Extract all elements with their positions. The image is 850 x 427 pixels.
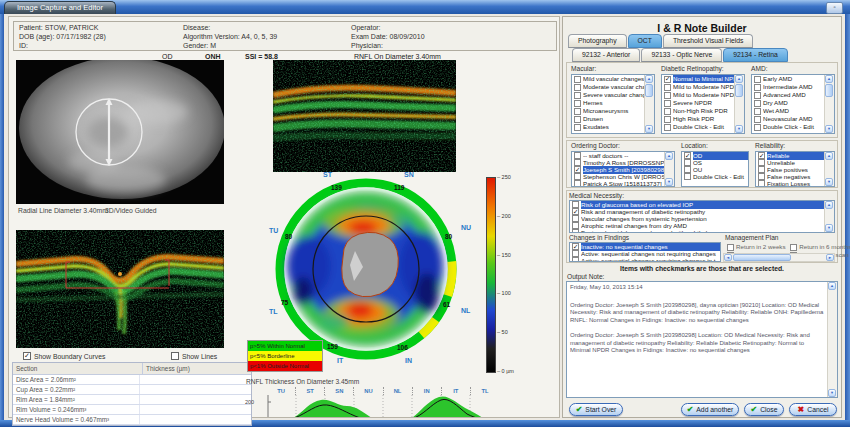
checkbox-icon[interactable] (574, 100, 581, 107)
checkbox-icon[interactable] (758, 173, 765, 180)
checkbox-icon[interactable] (664, 108, 671, 115)
scrollbar[interactable] (824, 152, 834, 186)
scrollbar[interactable] (824, 75, 834, 133)
onh-bscan-image[interactable] (16, 230, 224, 348)
list-item[interactable]: Wet AMD (752, 107, 834, 115)
list-item[interactable]: Mild to Moderate NPDR with (662, 83, 744, 91)
list-item[interactable]: Microaneurysms (572, 107, 654, 115)
list-item[interactable]: Active: sequential changes requiring cha… (570, 257, 720, 262)
list-item[interactable]: Return in 6 months (788, 243, 850, 251)
management-plan-hscroll[interactable] (723, 253, 835, 262)
scroll-down-button[interactable] (828, 389, 836, 397)
scroll-down-button[interactable] (645, 125, 653, 133)
location-list[interactable]: ODOSOUDouble Click - Edit (681, 151, 749, 187)
checkbox-icon[interactable] (572, 215, 579, 222)
scroll-thumb[interactable] (733, 254, 791, 261)
tab-threshold-visual-fields[interactable]: Threshold Visual Fields (663, 34, 754, 48)
checkbox-icon[interactable] (572, 222, 579, 229)
scroll-up-button[interactable] (665, 152, 673, 160)
show-boundary-checkbox[interactable]: Show Boundary Curves (23, 352, 105, 360)
scrollbar[interactable] (734, 75, 744, 133)
checkbox-icon[interactable] (664, 76, 671, 83)
checkbox-icon[interactable] (171, 352, 179, 360)
scroll-down-button[interactable] (825, 125, 833, 133)
list-item[interactable]: Patrick A Stow [1518113737] (572, 180, 674, 187)
checkbox-icon[interactable] (758, 159, 765, 166)
scroll-up-button[interactable] (735, 75, 743, 83)
list-item[interactable]: Double Click - Edit (682, 173, 748, 180)
checkbox-icon[interactable] (664, 100, 671, 107)
scrollbar[interactable] (824, 201, 834, 232)
checkbox-icon[interactable] (727, 244, 734, 251)
changes-in-findings-list[interactable]: Inactive: no sequential changesActive: s… (569, 242, 721, 262)
scrollbar[interactable] (644, 75, 654, 133)
checkbox-icon[interactable] (664, 84, 671, 91)
scrollbar[interactable] (827, 282, 837, 397)
fundus-image[interactable] (16, 60, 224, 204)
retinopathy-list[interactable]: Normal to Minimal NPDRMild to Moderate N… (661, 74, 745, 134)
checkbox-icon[interactable] (572, 257, 579, 262)
show-lines-checkbox[interactable]: Show Lines (171, 352, 217, 360)
list-item[interactable]: Non-High Risk PDR (662, 107, 744, 115)
checkbox-icon[interactable] (574, 124, 581, 131)
scroll-up-button[interactable] (825, 201, 833, 209)
amd-list[interactable]: Early AMDIntermediate AMDAdvanced AMDDry… (751, 74, 835, 134)
checkbox-icon[interactable] (574, 84, 581, 91)
list-item[interactable]: Double Click - Edit (662, 123, 744, 131)
list-item[interactable]: Early AMD (752, 75, 834, 83)
checkbox-icon[interactable] (754, 124, 761, 131)
scrollbar[interactable] (664, 152, 674, 186)
tab-92133-optic-nerve[interactable]: 92133 - Optic Nerve (641, 48, 722, 62)
scroll-right-button[interactable] (826, 254, 834, 261)
checkbox-icon[interactable] (754, 92, 761, 99)
checkbox-icon[interactable] (754, 108, 761, 115)
checkbox-icon[interactable] (754, 84, 761, 91)
list-item[interactable]: Mild vascular changes (572, 75, 654, 83)
checkbox-icon[interactable] (754, 76, 761, 83)
tab-photography[interactable]: Photography (568, 34, 627, 48)
checkbox-icon[interactable] (574, 152, 581, 159)
tab-92134-retina[interactable]: 92134 - Retina (723, 48, 788, 62)
close-button[interactable]: Close (744, 403, 784, 416)
list-item[interactable]: Severe NPDR (662, 99, 744, 107)
checkbox-icon[interactable] (574, 92, 581, 99)
checkbox-icon[interactable] (574, 116, 581, 123)
checkbox-icon[interactable] (758, 166, 765, 173)
list-item[interactable]: Moderate vascular changes (572, 83, 654, 91)
checkbox-icon[interactable] (664, 116, 671, 123)
reliability-list[interactable]: ReliableUnreliableFalse positivesFalse n… (755, 151, 835, 187)
checkbox-icon[interactable] (572, 229, 579, 233)
list-item[interactable]: Hemes (572, 99, 654, 107)
list-item[interactable]: Double Click - Edit (752, 123, 834, 131)
checkbox-icon[interactable] (572, 250, 579, 257)
checkbox-icon[interactable] (758, 180, 765, 187)
list-item[interactable]: Normal to Minimal NPDR (662, 75, 744, 83)
ordering-doctor-list[interactable]: -- staff doctors --Timothy A Ross [DRROS… (571, 151, 675, 187)
scroll-up-button[interactable] (828, 282, 836, 290)
scroll-down-button[interactable] (665, 178, 673, 186)
list-item[interactable]: Severe vascular changes (572, 91, 654, 99)
macular-list[interactable]: Mild vascular changesModerate vascular c… (571, 74, 655, 134)
scroll-thumb[interactable] (645, 84, 653, 97)
window-control-button[interactable]: ▫ (826, 2, 843, 14)
scroll-thumb[interactable] (735, 84, 743, 97)
list-item[interactable]: Intermediate AMD (752, 83, 834, 91)
scroll-left-button[interactable] (724, 254, 732, 261)
list-item[interactable]: Fixation Losses (756, 180, 834, 187)
tab-oct[interactable]: OCT (628, 34, 662, 48)
checkbox-icon[interactable] (574, 76, 581, 83)
checkbox-icon[interactable] (754, 100, 761, 107)
list-item[interactable]: Drusen (572, 115, 654, 123)
start-over-button[interactable]: Start Over (569, 403, 623, 416)
output-note-textarea[interactable]: Friday, May 10, 2013 15:14 Ordering Doct… (566, 281, 838, 398)
checkbox-icon[interactable] (664, 124, 671, 131)
scroll-down-button[interactable] (825, 224, 833, 232)
list-item[interactable]: Exudates (572, 123, 654, 131)
cancel-button[interactable]: Cancel (789, 403, 837, 416)
medical-necessity-list[interactable]: Risk of glaucoma based on elevated IOPRi… (569, 200, 835, 233)
scroll-down-button[interactable] (825, 178, 833, 186)
tab-92132-anterior[interactable]: 92132 - Anterior (572, 48, 640, 62)
scroll-thumb[interactable] (825, 84, 833, 97)
scroll-down-button[interactable] (735, 125, 743, 133)
list-item[interactable]: Dry AMD (752, 99, 834, 107)
